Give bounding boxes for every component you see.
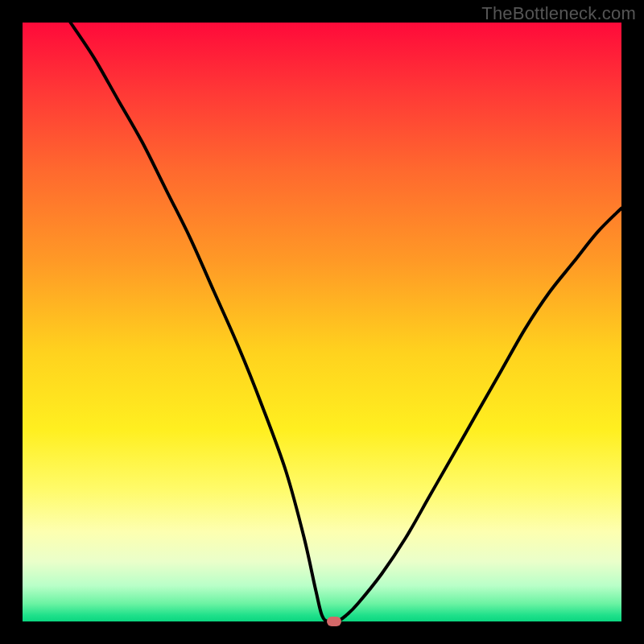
optimal-point-marker [327,617,341,626]
bottleneck-curve [23,23,621,621]
plot-area [23,23,621,621]
watermark-text: TheBottleneck.com [481,3,636,24]
chart-container: TheBottleneck.com [0,0,644,644]
